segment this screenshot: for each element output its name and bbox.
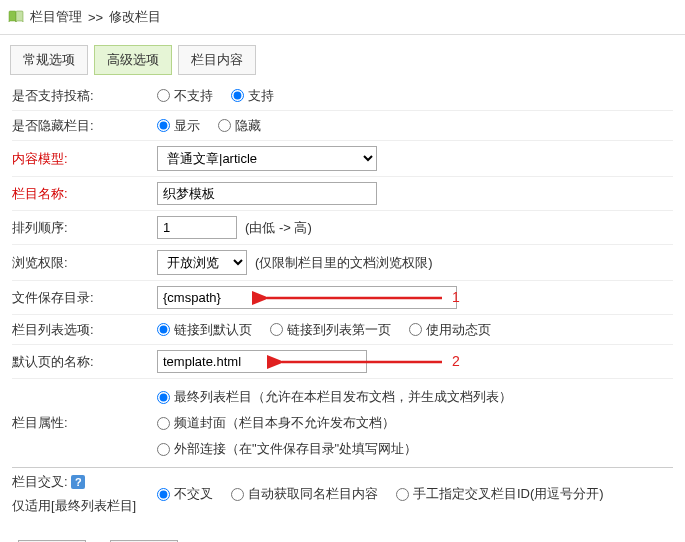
radio-attr-2[interactable]: 频道封面（栏目本身不允许发布文档） <box>157 414 395 432</box>
radio-submit-no[interactable]: 不支持 <box>157 87 213 105</box>
select-model[interactable]: 普通文章|article <box>157 146 377 171</box>
radio-cross-3[interactable]: 手工指定交叉栏目ID(用逗号分开) <box>396 485 604 503</box>
tabs: 常规选项 高级选项 栏目内容 <box>0 35 685 75</box>
tab-advanced[interactable]: 高级选项 <box>94 45 172 75</box>
label-order: 排列顺序: <box>12 219 157 237</box>
button-row: 确定 返回 <box>0 532 685 542</box>
breadcrumb-sep: >> <box>88 10 103 25</box>
label-submit: 是否支持投稿: <box>12 87 157 105</box>
svg-text:2: 2 <box>452 353 460 369</box>
hint-order: (由低 -> 高) <box>245 219 312 237</box>
label-model: 内容模型: <box>12 150 157 168</box>
input-savedir[interactable] <box>157 286 457 309</box>
radio-hide[interactable]: 隐藏 <box>218 117 261 135</box>
help-icon[interactable]: ? <box>71 475 85 489</box>
label-defaultpage: 默认页的名称: <box>12 353 157 371</box>
input-colname[interactable] <box>157 182 377 205</box>
input-order[interactable] <box>157 216 237 239</box>
radio-cross-1[interactable]: 不交叉 <box>157 485 213 503</box>
tab-general[interactable]: 常规选项 <box>10 45 88 75</box>
radio-submit-yes[interactable]: 支持 <box>231 87 274 105</box>
label-savedir: 文件保存目录: <box>12 289 157 307</box>
input-defaultpage[interactable] <box>157 350 367 373</box>
tab-content[interactable]: 栏目内容 <box>178 45 256 75</box>
label-listopt: 栏目列表选项: <box>12 321 157 339</box>
radio-attr-1[interactable]: 最终列表栏目（允许在本栏目发布文档，并生成文档列表） <box>157 388 512 406</box>
book-icon <box>8 10 24 24</box>
label-hidden: 是否隐藏栏目: <box>12 117 157 135</box>
label-cross: 栏目交叉: ? 仅适用[最终列表栏目] <box>12 473 157 515</box>
label-colname: 栏目名称: <box>12 185 157 203</box>
radio-listopt-1[interactable]: 链接到默认页 <box>157 321 252 339</box>
breadcrumb: 栏目管理 >> 修改栏目 <box>0 0 685 35</box>
radio-cross-2[interactable]: 自动获取同名栏目内容 <box>231 485 378 503</box>
radio-listopt-3[interactable]: 使用动态页 <box>409 321 491 339</box>
label-attr: 栏目属性: <box>12 414 157 432</box>
radio-attr-3[interactable]: 外部连接（在"文件保存目录"处填写网址） <box>157 440 417 458</box>
radio-show[interactable]: 显示 <box>157 117 200 135</box>
breadcrumb-parent[interactable]: 栏目管理 <box>30 8 82 26</box>
hint-browse: (仅限制栏目里的文档浏览权限) <box>255 254 433 272</box>
select-browse[interactable]: 开放浏览 <box>157 250 247 275</box>
label-browse: 浏览权限: <box>12 254 157 272</box>
radio-listopt-2[interactable]: 链接到列表第一页 <box>270 321 391 339</box>
form-area: 是否支持投稿: 不支持 支持 是否隐藏栏目: 显示 隐藏 内容模型: <box>0 75 685 532</box>
breadcrumb-current: 修改栏目 <box>109 8 161 26</box>
